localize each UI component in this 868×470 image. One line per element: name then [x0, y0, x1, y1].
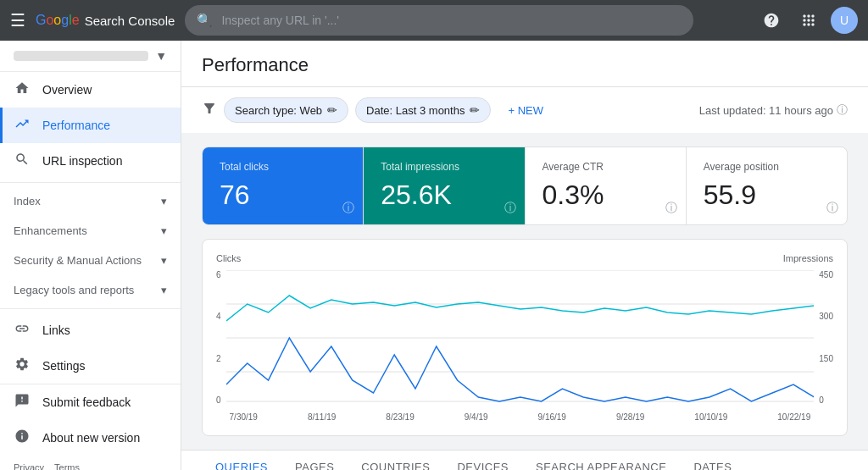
date-range-chip[interactable]: Date: Last 3 months ✏ — [355, 97, 491, 123]
y-axis-label: 0 — [216, 395, 221, 405]
x-label: 9/4/19 — [465, 412, 488, 422]
stat-card-position: Average position 55.9 ⓘ — [687, 147, 847, 224]
impressions-value: 25.6K — [381, 180, 507, 211]
sidebar-item-url-inspection[interactable]: URL inspection — [0, 143, 181, 179]
last-updated: Last updated: 11 hours ago ⓘ — [699, 102, 848, 118]
clicks-info-icon[interactable]: ⓘ — [342, 201, 354, 216]
settings-icon — [14, 357, 31, 375]
menu-icon[interactable]: ☰ — [10, 10, 25, 30]
y-axis-label: 2 — [216, 354, 221, 363]
x-label: 9/16/19 — [538, 412, 566, 422]
sidebar-item-links[interactable]: Links — [0, 312, 181, 348]
tabs-container: QUERIES PAGES COUNTRIES DEVICES SEARCH A… — [181, 450, 868, 470]
tab-search-appearance[interactable]: SEARCH APPEARANCE — [522, 451, 680, 470]
apps-button[interactable] — [793, 5, 824, 36]
property-selector[interactable]: ▼ — [0, 41, 181, 72]
sidebar-section-enhancements[interactable]: Enhancements ▾ — [0, 216, 181, 246]
edit-icon: ✏ — [327, 103, 337, 117]
tab-countries[interactable]: COUNTRIES — [348, 451, 443, 470]
x-label: 7/30/19 — [230, 412, 258, 422]
search-icon: 🔍 — [197, 13, 213, 28]
chevron-down-icon: ▾ — [161, 284, 167, 296]
add-filter-label: + NEW — [508, 104, 543, 117]
feedback-label: Submit feedback — [42, 395, 131, 409]
sidebar-performance-label: Performance — [42, 119, 110, 132]
help-button[interactable] — [756, 5, 787, 36]
page-title: Performance — [202, 54, 848, 76]
chart-container: Clicks Impressions 6 4 2 0 — [202, 239, 848, 436]
date-range-label: Date: Last 3 months — [366, 104, 465, 117]
sidebar-url-inspection-label: URL inspection — [42, 154, 122, 168]
info-icon — [14, 429, 31, 447]
tab-queries[interactable]: QUERIES — [202, 451, 281, 470]
info-icon[interactable]: ⓘ — [837, 102, 848, 118]
sidebar-item-settings[interactable]: Settings — [0, 348, 181, 384]
chevron-down-icon: ▾ — [161, 224, 167, 237]
sidebar-item-overview[interactable]: Overview — [0, 72, 181, 108]
stats-container: Total clicks 76 ⓘ Total impressions 25.6… — [202, 147, 848, 225]
chevron-down-icon: ▾ — [161, 254, 167, 267]
search-type-chip[interactable]: Search type: Web ✏ — [224, 97, 348, 123]
x-label: 10/10/19 — [694, 412, 727, 422]
filter-bar: Search type: Web ✏ Date: Last 3 months ✏… — [181, 87, 868, 133]
bottom-links: Privacy Terms — [0, 456, 181, 470]
chart-x-axis: 7/30/19 8/11/19 8/23/19 9/4/19 9/16/19 9… — [226, 412, 815, 422]
filter-icon[interactable] — [202, 101, 217, 120]
last-updated-text: Last updated: 11 hours ago — [699, 104, 833, 117]
impressions-info-icon[interactable]: ⓘ — [504, 201, 516, 216]
property-name — [14, 51, 148, 61]
links-label: Links — [42, 323, 70, 337]
clicks-value: 76 — [220, 180, 346, 211]
search-input[interactable] — [221, 14, 682, 27]
clicks-label: Total clicks — [220, 161, 346, 173]
main-layout: ▼ Overview Performance URL inspection — [0, 41, 868, 470]
sidebar-section-index[interactable]: Index ▾ — [0, 186, 181, 216]
home-icon — [14, 80, 31, 99]
ctr-info-icon[interactable]: ⓘ — [665, 201, 677, 216]
topbar: ☰ Google Search Console 🔍 U — [0, 0, 868, 41]
search-icon — [14, 152, 31, 170]
stat-card-ctr: Average CTR 0.3% ⓘ — [526, 147, 687, 224]
topbar-actions: U — [756, 5, 858, 36]
terms-link[interactable]: Terms — [54, 462, 80, 470]
chart-svg — [226, 270, 815, 406]
y-axis-label: 300 — [819, 312, 833, 321]
enhancements-section-label: Enhancements — [14, 224, 87, 237]
legacy-section-label: Legacy tools and reports — [14, 284, 134, 296]
ctr-value: 0.3% — [542, 180, 669, 211]
chevron-down-icon: ▾ — [161, 195, 167, 207]
sidebar: ▼ Overview Performance URL inspection — [0, 41, 181, 470]
tab-pages[interactable]: PAGES — [281, 451, 348, 470]
feedback-icon — [14, 393, 31, 412]
sidebar-section-legacy[interactable]: Legacy tools and reports ▾ — [0, 275, 181, 305]
chart-header: Clicks Impressions — [216, 253, 833, 263]
sidebar-item-about[interactable]: About new version — [0, 420, 181, 456]
position-info-icon[interactable]: ⓘ — [826, 201, 838, 216]
user-avatar[interactable]: U — [831, 7, 858, 34]
x-label: 9/28/19 — [616, 412, 644, 422]
index-section-label: Index — [14, 195, 41, 207]
edit-icon: ✏ — [470, 103, 480, 117]
privacy-link[interactable]: Privacy — [14, 462, 44, 470]
stat-card-impressions: Total impressions 25.6K ⓘ — [364, 147, 525, 224]
add-filter-button[interactable]: + NEW — [498, 99, 554, 122]
app-logo: Google Search Console — [36, 13, 175, 28]
chart-right-label: Impressions — [783, 253, 833, 263]
sidebar-overview-label: Overview — [42, 83, 92, 97]
sidebar-footer: Submit feedback About new version Privac… — [0, 384, 181, 470]
security-section-label: Security & Manual Actions — [14, 254, 142, 267]
tab-dates[interactable]: DATES — [680, 451, 745, 470]
sidebar-item-feedback[interactable]: Submit feedback — [0, 384, 181, 420]
main-content: Performance Search type: Web ✏ Date: Las… — [181, 41, 868, 470]
y-axis-label: 450 — [819, 270, 833, 279]
divider — [0, 308, 181, 309]
impressions-label: Total impressions — [381, 161, 507, 173]
y-axis-label: 150 — [819, 354, 833, 363]
sidebar-section-security[interactable]: Security & Manual Actions ▾ — [0, 246, 181, 275]
x-label: 8/11/19 — [308, 412, 336, 422]
sidebar-item-performance[interactable]: Performance — [0, 108, 181, 143]
tab-devices[interactable]: DEVICES — [443, 451, 522, 470]
search-bar[interactable]: 🔍 — [185, 5, 693, 36]
chart-left-label: Clicks — [216, 253, 241, 263]
product-name: Search Console — [85, 14, 175, 28]
